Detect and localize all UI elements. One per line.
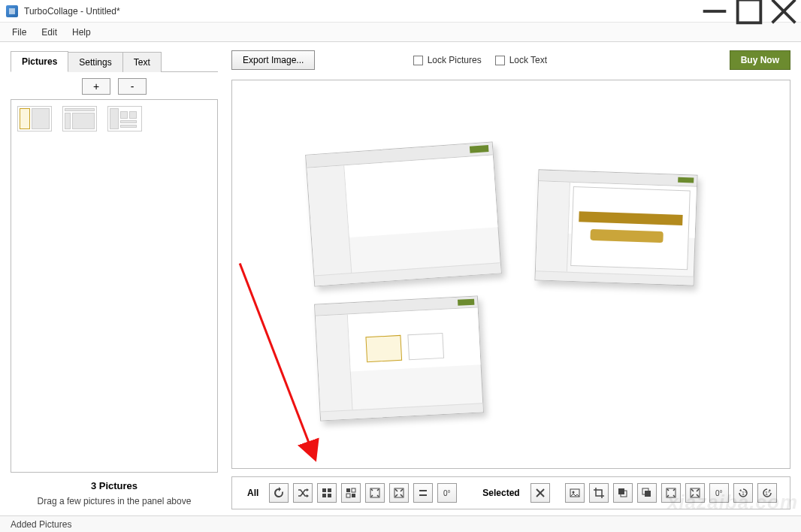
left-footer: 3 Pictures Drag a few pictures in the pa… xyxy=(11,473,218,509)
collage-picture-2[interactable] xyxy=(534,169,697,286)
picture-hint: Drag a few pictures in the panel above xyxy=(15,496,213,506)
main-area: Pictures Settings Text + - 3 Pictures Dr… xyxy=(0,42,801,515)
fill-button[interactable] xyxy=(389,483,409,503)
svg-rect-6 xyxy=(328,488,331,492)
titlebar: TurboCollage - Untitled* xyxy=(0,0,801,23)
thumbnail-area[interactable] xyxy=(11,99,218,473)
remove-picture-button[interactable]: - xyxy=(118,78,147,95)
svg-text:0°: 0° xyxy=(443,489,451,497)
svg-rect-25 xyxy=(645,491,651,497)
svg-rect-5 xyxy=(322,488,326,492)
left-panel: Pictures Settings Text + - 3 Pictures Dr… xyxy=(0,42,225,515)
menu-help[interactable]: Help xyxy=(66,24,97,41)
thumbnail-3[interactable] xyxy=(107,106,142,131)
crop-button[interactable] xyxy=(589,483,609,503)
top-toolbar: Export Image... Lock Pictures Lock Text … xyxy=(231,48,790,72)
thumbnail-2[interactable] xyxy=(62,106,97,131)
close-button[interactable] xyxy=(766,0,801,23)
svg-rect-8 xyxy=(328,494,331,497)
grid-button[interactable] xyxy=(317,483,337,503)
picture-button[interactable] xyxy=(565,483,585,503)
window-controls xyxy=(697,0,801,23)
rotate-zero-selected-button[interactable]: 0° xyxy=(709,483,729,503)
tab-settings[interactable]: Settings xyxy=(68,52,122,72)
svg-rect-12 xyxy=(352,494,355,497)
rotate-zero-button[interactable]: 0° xyxy=(437,483,457,503)
checkbox-icon xyxy=(413,56,423,65)
checkbox-icon xyxy=(495,56,505,65)
status-text: Added Pictures xyxy=(11,519,71,530)
export-image-button[interactable]: Export Image... xyxy=(231,50,315,70)
buy-now-button[interactable]: Buy Now xyxy=(730,50,790,70)
tab-pictures[interactable]: Pictures xyxy=(11,51,68,72)
tabs-row: Pictures Settings Text xyxy=(11,48,218,72)
svg-point-21 xyxy=(572,491,574,494)
picture-count: 3 Pictures xyxy=(15,480,213,491)
svg-text:1°: 1° xyxy=(742,491,747,496)
right-panel: Export Image... Lock Pictures Lock Text … xyxy=(225,42,801,515)
rotate-cw-button[interactable]: 1° xyxy=(757,483,777,503)
selected-label: Selected xyxy=(482,488,519,498)
thumbnail-1[interactable] xyxy=(17,106,52,131)
shuffle-button[interactable] xyxy=(293,483,313,503)
collage-picture-3[interactable] xyxy=(314,295,484,421)
all-label: All xyxy=(247,488,258,498)
bring-front-button[interactable] xyxy=(637,483,657,503)
canvas-area[interactable] xyxy=(231,80,790,469)
menu-file[interactable]: File xyxy=(6,24,32,41)
menu-edit[interactable]: Edit xyxy=(35,24,63,41)
svg-rect-9 xyxy=(346,488,350,492)
svg-rect-1 xyxy=(738,0,761,23)
add-remove-row: + - xyxy=(11,72,218,99)
statusbar: Added Pictures xyxy=(0,515,801,532)
grid-alt-button[interactable] xyxy=(341,483,361,503)
svg-rect-23 xyxy=(618,488,624,494)
fill-selected-button[interactable] xyxy=(685,483,705,503)
svg-text:0°: 0° xyxy=(715,489,723,497)
lock-pictures-label: Lock Pictures xyxy=(428,55,482,65)
minimize-button[interactable] xyxy=(697,0,732,23)
svg-text:1°: 1° xyxy=(765,491,770,496)
add-picture-button[interactable]: + xyxy=(82,78,110,95)
tab-text[interactable]: Text xyxy=(122,52,162,72)
send-back-button[interactable] xyxy=(613,483,633,503)
window-title: TurboCollage - Untitled* xyxy=(24,6,120,17)
delete-button[interactable] xyxy=(530,483,550,503)
svg-rect-10 xyxy=(352,488,355,492)
maximize-button[interactable] xyxy=(732,0,766,23)
menubar: File Edit Help xyxy=(0,23,801,42)
lock-pictures-checkbox[interactable]: Lock Pictures xyxy=(413,55,482,65)
fit-selected-button[interactable] xyxy=(661,483,681,503)
app-icon xyxy=(6,5,18,17)
svg-rect-7 xyxy=(322,494,326,497)
refresh-button[interactable] xyxy=(269,483,289,503)
equalize-button[interactable] xyxy=(413,483,433,503)
svg-rect-11 xyxy=(346,494,350,497)
lock-text-label: Lock Text xyxy=(509,55,547,65)
fit-button[interactable] xyxy=(365,483,385,503)
lock-text-checkbox[interactable]: Lock Text xyxy=(495,55,547,65)
bottom-toolbar: All 0° Selected 0° 1° 1° xyxy=(231,476,790,509)
rotate-ccw-button[interactable]: 1° xyxy=(733,483,753,503)
collage-picture-1[interactable] xyxy=(305,141,502,286)
